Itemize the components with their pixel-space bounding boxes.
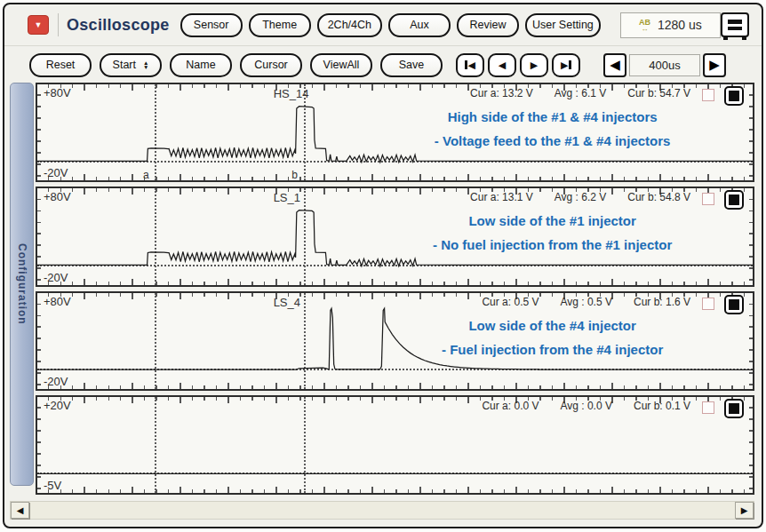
filled-square-icon	[729, 403, 739, 414]
configuration-tab[interactable]: Configuration	[10, 83, 34, 486]
volt-min-label: -20V	[44, 166, 68, 179]
left-arrow-icon: ◀	[17, 505, 24, 515]
review-button[interactable]: Review	[457, 13, 519, 37]
viewall-button[interactable]: ViewAll	[310, 53, 372, 77]
cursor-button[interactable]: Cursor	[240, 53, 302, 77]
volt-min-label: -5V	[44, 479, 61, 492]
save-button[interactable]: Save	[380, 53, 443, 77]
right-arrow-icon: ▶	[531, 60, 538, 71]
cursor-b-value: Cur b: 54.7 V	[627, 87, 690, 99]
annotation-line: - Voltage feed to the #1 & #4 injectors	[366, 129, 738, 153]
toolbar: Reset Start ▲▼ Name Cursor ViewAll Save …	[4, 49, 762, 81]
channel-display-button[interactable]	[724, 86, 744, 106]
sensor-button[interactable]: Sensor	[180, 13, 243, 37]
record-nav-group: ◀ ◀ ▶ ▶	[456, 53, 580, 77]
cursor-ab-time-display: AB ↔ 1280 us	[620, 12, 721, 38]
annotation: Low side of the #1 injector - No fuel in…	[366, 209, 738, 257]
channel-checkbox[interactable]	[702, 401, 714, 414]
measurement-readout: Cur a: 0.5 V Avg : 0.5 V Cur b: 1.6 V	[482, 296, 690, 308]
cursor-b-value: Cur b: 54.8 V	[627, 191, 690, 203]
volt-min-label: -20V	[44, 271, 68, 284]
title-bar: ▼ Oscilloscope Sensor Theme 2Ch/4Ch Aux …	[4, 4, 762, 46]
name-button[interactable]: Name	[170, 53, 232, 77]
screen-bar-icon	[728, 20, 742, 24]
reset-button[interactable]: Reset	[29, 53, 92, 77]
go-next-button[interactable]: ▶	[520, 53, 548, 77]
channel-display-button[interactable]	[724, 295, 744, 314]
aux-button[interactable]: Aux	[388, 13, 451, 37]
measurement-readout: Cur a: 13.2 V Avg : 6.1 V Cur b: 54.7 V	[470, 87, 690, 99]
timebase-group: ◀ 400us ▶	[603, 53, 726, 77]
measurement-readout: Cur a: 13.1 V Avg : 6.2 V Cur b: 54.8 V	[470, 191, 690, 203]
average-value: Avg : 6.2 V	[555, 191, 606, 203]
go-previous-button[interactable]: ◀	[488, 53, 516, 77]
spinner-icon[interactable]: ▲▼	[143, 60, 148, 70]
channel-checkbox[interactable]	[702, 298, 714, 310]
average-value: Avg : 0.0 V	[560, 400, 611, 412]
screen-layout-button[interactable]	[721, 12, 749, 37]
page-title: Oscilloscope	[67, 16, 170, 35]
cursor-b-value: Cur b: 0.1 V	[634, 400, 690, 412]
timebase-value: 400us	[629, 54, 700, 76]
channel-display-button[interactable]	[724, 399, 744, 418]
start-button[interactable]: Start ▲▼	[100, 53, 162, 77]
scroll-left-button[interactable]: ◀	[11, 502, 29, 519]
go-first-button[interactable]: ◀	[456, 53, 484, 77]
cursor-b-value: Cur b: 1.6 V	[634, 296, 690, 308]
volt-min-label: -20V	[44, 375, 68, 388]
title-divider	[58, 13, 59, 36]
volt-max-label: +80V	[44, 190, 71, 203]
channel-checkbox[interactable]	[702, 89, 714, 101]
go-last-button[interactable]: ▶	[552, 53, 580, 77]
channel-mode-button[interactable]: 2Ch/4Ch	[317, 13, 382, 37]
channel-name: HS_14	[274, 87, 309, 100]
skip-bar-icon	[569, 60, 571, 69]
measurement-readout: Cur a: 0.0 V Avg : 0.0 V Cur b: 0.1 V	[482, 400, 690, 412]
user-setting-button[interactable]: User Setting	[525, 13, 601, 37]
channel-display-button[interactable]	[724, 190, 744, 210]
oscilloscope-window: ▼ Oscilloscope Sensor Theme 2Ch/4Ch Aux …	[3, 3, 763, 528]
filled-square-icon	[729, 91, 739, 101]
left-arrow-icon: ◀	[610, 57, 620, 73]
volt-max-label: +80V	[44, 295, 71, 308]
annotation-line: - No fuel injection from the #1 injector	[366, 233, 738, 257]
scroll-right-button[interactable]: ▶	[735, 502, 754, 519]
skip-bar-icon	[465, 60, 467, 69]
left-arrow-icon: ◀	[499, 60, 506, 71]
annotation: Low side of the #4 injector - Fuel injec…	[366, 314, 738, 361]
volt-max-label: +80V	[44, 86, 71, 99]
channel-panels: +80V -20V HS_14 Cur a: 13.2 V Avg : 6.1 …	[36, 83, 754, 495]
annotation-line: Low side of the #4 injector	[366, 314, 738, 337]
cursor-a-value: Cur a: 13.2 V	[470, 87, 533, 99]
annotation-line: - Fuel injection from the #4 injector	[366, 337, 738, 361]
channel-checkbox[interactable]	[702, 193, 714, 205]
cursor-b-label: b	[291, 169, 298, 181]
screen-bar-icon	[728, 27, 742, 31]
filled-square-icon	[729, 195, 739, 205]
configuration-tab-label: Configuration	[16, 243, 28, 325]
menu-button-row: Sensor Theme 2Ch/4Ch Aux Review User Set…	[180, 13, 601, 37]
theme-button[interactable]: Theme	[249, 13, 311, 37]
channel-name: LS_4	[274, 296, 300, 309]
left-arrow-icon: ◀	[468, 60, 475, 71]
right-arrow-icon: ▶	[741, 505, 748, 515]
cursor-a-label: a	[143, 169, 149, 181]
annotation: High side of the #1 & #4 injectors - Vol…	[366, 105, 738, 153]
annotation-line: Low side of the #1 injector	[366, 209, 738, 233]
timebase-decrease-button[interactable]: ◀	[603, 53, 626, 77]
ab-time-value: 1280 us	[658, 18, 702, 32]
channel-name: LS_1	[274, 191, 300, 204]
filled-square-icon	[729, 299, 739, 310]
red-dropdown-button[interactable]: ▼	[28, 15, 49, 35]
annotation-line: High side of the #1 & #4 injectors	[366, 105, 738, 129]
right-arrow-icon: ▶	[709, 57, 720, 73]
horizontal-scrollbar[interactable]: ◀ ▶	[10, 501, 754, 520]
chevron-down-icon: ▼	[35, 20, 43, 29]
scope-area: Configuration +80V -20V HS_14 Cur a: 13.…	[10, 83, 754, 495]
timebase-increase-button[interactable]: ▶	[703, 53, 726, 77]
channel-panel-4: +20V -5V Cur a: 0.0 V Avg : 0.0 V Cur b:…	[36, 395, 754, 495]
channel-panel-3: +80V -20V LS_4 Cur a: 0.5 V Avg : 0.5 V …	[36, 291, 754, 391]
cursor-a-value: Cur a: 13.1 V	[470, 191, 533, 203]
cursor-a-value: Cur a: 0.0 V	[482, 400, 539, 412]
volt-max-label: +20V	[44, 399, 71, 412]
